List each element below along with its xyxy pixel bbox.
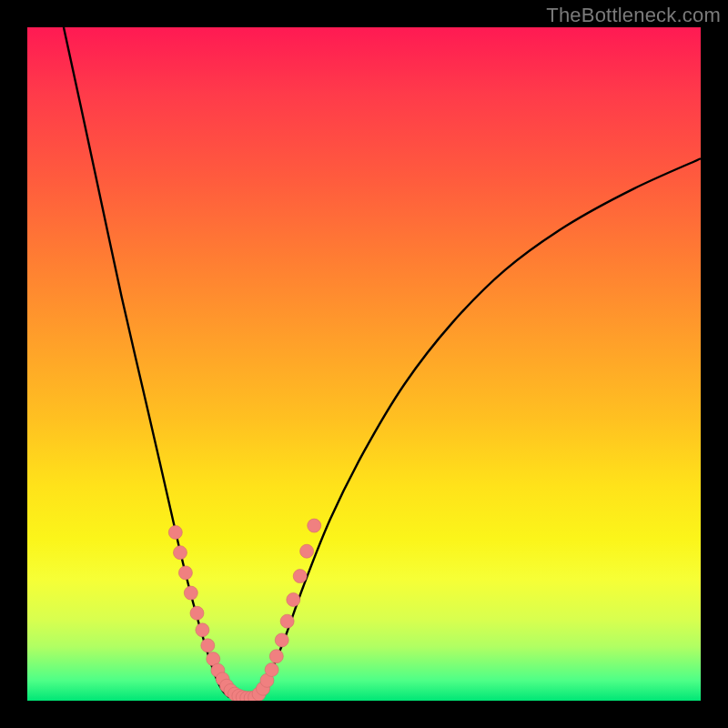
data-point: [184, 586, 197, 600]
chart-svg: [27, 27, 701, 701]
data-point: [275, 633, 288, 647]
data-point: [196, 623, 209, 637]
data-point: [300, 544, 314, 558]
watermark-text: TheBottleneck.com: [546, 4, 721, 27]
chart-frame: TheBottleneck.com: [0, 0, 728, 728]
plot-area: [27, 27, 701, 701]
data-point: [178, 566, 192, 580]
data-point: [265, 662, 278, 676]
data-point: [287, 593, 300, 607]
curve-right: [257, 158, 701, 697]
data-point: [173, 546, 187, 560]
data-point: [269, 650, 283, 663]
data-point: [168, 526, 182, 540]
data-point: [293, 570, 307, 583]
data-point: [190, 606, 204, 620]
data-point: [308, 519, 321, 532]
scatter-dots: [168, 519, 320, 701]
curve-left: [64, 27, 229, 697]
data-point: [280, 614, 294, 628]
data-point: [201, 639, 215, 652]
